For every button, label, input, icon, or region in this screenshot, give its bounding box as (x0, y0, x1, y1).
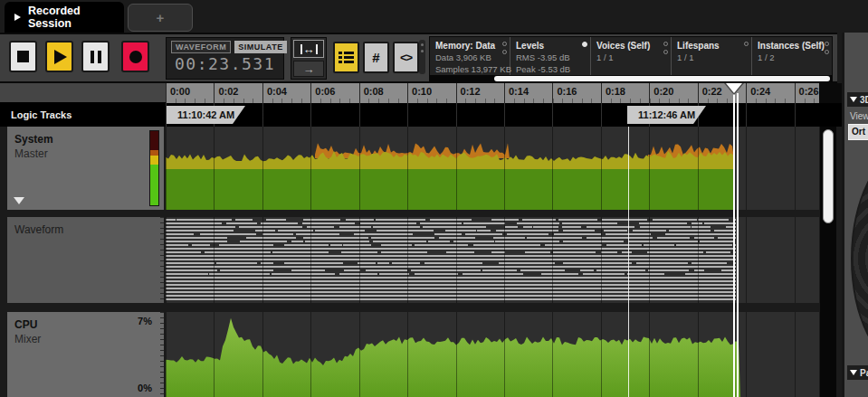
follow-playhead-button[interactable]: → (293, 61, 324, 77)
stat-line: 1 / 1 (677, 52, 742, 63)
indicator-dot (502, 42, 507, 46)
stat-panel[interactable]: Lifespans1 / 1 (672, 37, 752, 80)
indicator-dot (825, 42, 829, 46)
play-button[interactable] (45, 41, 73, 72)
stat-indicators (582, 42, 587, 51)
panel-grip[interactable] (419, 40, 425, 74)
grid-view-button[interactable]: # (363, 42, 389, 73)
cpu-min-label: 0% (138, 383, 152, 393)
stat-indicators (502, 42, 507, 58)
track-header-cpu[interactable]: CPU Mixer 7% 0% (7, 312, 164, 397)
stat-title: Instances (Self) (758, 40, 823, 52)
mode-simulate-button[interactable]: SIMULATE (234, 41, 286, 53)
stat-title: Lifespans (677, 40, 742, 52)
ruler-label: 0:10 (407, 83, 432, 103)
playhead-marker[interactable] (726, 83, 742, 93)
ruler-label: 0:18 (601, 83, 625, 103)
code-icon: <> (400, 51, 412, 64)
track-header-waveform[interactable]: Waveform (7, 217, 164, 303)
record-icon (129, 51, 142, 63)
gridlines (166, 217, 819, 303)
mode-waveform-button[interactable]: WAVEFORM (171, 41, 231, 53)
session-start-marker[interactable]: 11:10:42 AM (167, 106, 245, 124)
stat-panel[interactable]: Memory: DataData 3,906 KBSamples 13,977 … (430, 37, 510, 80)
stat-line: Data 3,906 KB (435, 52, 501, 63)
right-dock-panel: 3D View Ort Pa (842, 33, 868, 397)
zoom-fit-button[interactable]: ↔ (293, 40, 324, 58)
ruler-label: 0:14 (504, 83, 529, 103)
track-header-system[interactable]: System Master (7, 127, 164, 210)
view-label: View (850, 111, 868, 121)
3d-preview-header[interactable]: 3D (847, 92, 868, 107)
list-icon (339, 52, 354, 63)
waveform-track-lane[interactable] (166, 217, 819, 303)
code-view-button[interactable]: <> (393, 42, 419, 73)
system-track-lane[interactable] (166, 127, 819, 210)
ruler-right-gap (819, 83, 842, 103)
stat-panel[interactable]: Voices (Self)1 / 1 (591, 37, 672, 80)
session-end-marker[interactable]: 11:12:46 AM (627, 106, 706, 124)
ruler-label: 0:08 (359, 83, 384, 103)
playback-time: 00:23.531 (171, 54, 279, 73)
view-mode-button[interactable]: Ort (848, 124, 868, 140)
view-toggles: # <> (333, 42, 419, 73)
stat-indicators (663, 42, 668, 58)
stat-line: RMS -3.95 dB (516, 52, 581, 63)
chevron-down-icon (850, 370, 857, 375)
ruler-left-spacer (0, 83, 166, 103)
parameters-header[interactable]: Pa (847, 365, 868, 380)
logic-tracks-label: Logic Tracks (11, 103, 72, 127)
tab-recorded-session[interactable]: Recorded Session (5, 2, 124, 33)
indicator-dot (502, 50, 507, 54)
new-tab-button[interactable]: + (128, 4, 193, 32)
ruler-label: 0:24 (746, 83, 770, 103)
ruler-label: 0:00 (166, 83, 190, 103)
stop-icon (17, 51, 29, 62)
stat-line: Samples 13,977 KB (435, 63, 501, 75)
ruler-label: 0:12 (456, 83, 481, 103)
pause-icon (91, 51, 101, 63)
cpu-track-lane[interactable] (166, 312, 819, 397)
play-icon (54, 50, 67, 64)
pause-button[interactable] (81, 41, 110, 72)
3d-preview-header-label: 3D (860, 95, 868, 105)
list-view-button[interactable] (333, 42, 359, 73)
session-boundary-line (628, 127, 629, 397)
stop-button[interactable] (9, 41, 37, 72)
stats-scrollbar-thumb[interactable] (494, 76, 830, 81)
collapse-icon[interactable] (14, 197, 24, 204)
stat-panel[interactable]: Instances (Self)1 / 2 (752, 37, 833, 80)
record-button[interactable] (121, 41, 149, 72)
ruler-label: 0:26 (795, 83, 819, 103)
indicator-dot (663, 50, 668, 54)
vertical-scrollbar-thumb[interactable] (823, 129, 834, 223)
plus-icon: + (157, 10, 165, 25)
fit-width-icon: ↔ (300, 44, 318, 54)
stat-title: Levels (516, 40, 581, 52)
cpu-max-label: 7% (138, 316, 152, 326)
zoom-controls: ↔ → (291, 37, 327, 80)
stat-line: 1 / 1 (596, 52, 662, 63)
gridlines (166, 312, 819, 397)
ruler-label: 0:22 (698, 83, 722, 103)
ruler-label: 0:02 (214, 83, 238, 103)
logic-tracks-grid (166, 103, 819, 127)
stat-panel[interactable]: LevelsRMS -3.95 dBPeak -5.53 dB (510, 37, 591, 80)
stats-strip: Memory: DataData 3,906 KBSamples 13,977 … (429, 36, 833, 80)
profiler-window: Recorded Session + WAVEFORM SIMULATE 00:… (0, 0, 868, 397)
playhead-line[interactable] (737, 93, 739, 397)
indicator-dot (663, 42, 668, 46)
scale-ticks (160, 312, 164, 397)
playhead-line[interactable] (733, 93, 735, 397)
ruler-label: 0:06 (310, 83, 335, 103)
timeline-ruler[interactable]: 0:000:020:040:060:080:100:120:140:160:18… (166, 83, 819, 103)
indicator-dot (744, 42, 749, 46)
tab-expand-icon (14, 14, 21, 21)
level-meter (149, 130, 159, 206)
indicator-dot (582, 42, 587, 47)
gridlines (166, 127, 819, 210)
ruler-label: 0:04 (262, 83, 287, 103)
stat-indicators (825, 42, 829, 58)
3d-listener-sphere[interactable] (851, 152, 868, 365)
track-title: Waveform (14, 223, 63, 236)
